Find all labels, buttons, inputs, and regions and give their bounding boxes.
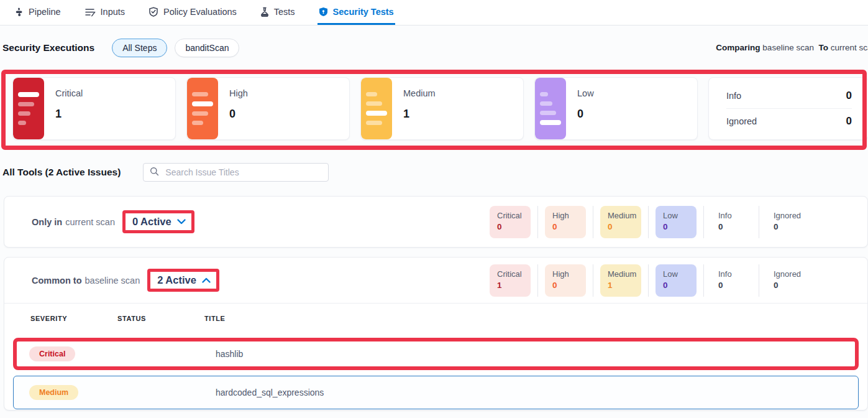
info-count: 0 xyxy=(846,90,852,102)
table-row[interactable]: Critical hashlib xyxy=(17,341,855,366)
nav-tab-inputs[interactable]: Inputs xyxy=(83,0,127,25)
comparing-current[interactable]: current scan xyxy=(831,43,868,52)
step-filter-pills: All StepsbanditScan xyxy=(112,39,239,57)
section-label-rest: baseline scan xyxy=(85,276,140,286)
severity-card-medium[interactable]: Medium1 xyxy=(360,77,524,140)
security-tests-icon xyxy=(319,7,328,17)
chip-ignored[interactable]: Ignored0 xyxy=(766,264,807,297)
chevron-down-icon[interactable] xyxy=(177,219,186,225)
search-box[interactable] xyxy=(143,163,329,182)
tab-label: Pipeline xyxy=(29,7,61,17)
chip-critical[interactable]: Critical0 xyxy=(490,206,531,238)
severity-label: Medium xyxy=(403,88,436,98)
chip-count: 0 xyxy=(552,222,586,231)
chip-medium[interactable]: Medium1 xyxy=(600,264,641,297)
chip-count: 0 xyxy=(552,281,586,290)
tab-label: Tests xyxy=(274,7,295,17)
chip-divider xyxy=(703,206,704,238)
tab-label: Inputs xyxy=(101,7,126,17)
section-label-bold: Common to xyxy=(32,276,82,286)
nav-tab-tests[interactable]: Tests xyxy=(259,0,296,25)
selected-row-outline: Medium hardcoded_sql_expressions xyxy=(13,376,859,409)
severity-card-high[interactable]: High0 xyxy=(186,77,350,140)
chip-label: Critical xyxy=(497,211,531,220)
chip-low[interactable]: Low0 xyxy=(656,206,697,238)
chip-count: 0 xyxy=(608,222,641,231)
ignored-row: Ignored0 xyxy=(726,109,852,134)
chip-info[interactable]: Info0 xyxy=(711,264,752,297)
annotation-box-row: Critical hashlib xyxy=(13,338,859,370)
chip-divider xyxy=(648,206,649,238)
section-common-to-baseline-scan: Common to baseline scan 2 Active Critica… xyxy=(4,257,868,411)
all-tools-heading: All Tools (2 Active Issues) xyxy=(2,167,121,178)
nav-tabs: PipelineInputsPolicy EvaluationsTestsSec… xyxy=(12,0,395,25)
chip-count: 0 xyxy=(497,222,531,231)
active-count-label[interactable]: 2 Active xyxy=(157,274,196,286)
chip-divider xyxy=(537,264,538,297)
chip-count: 1 xyxy=(608,281,641,290)
search-input[interactable] xyxy=(164,167,322,178)
chip-label: Ignored xyxy=(774,211,807,220)
chip-divider xyxy=(703,264,704,297)
chip-count: 0 xyxy=(663,281,697,290)
chip-label: Info xyxy=(718,211,752,220)
page-title: Security Executions xyxy=(2,42,94,53)
chevron-up-icon[interactable] xyxy=(202,277,211,283)
step-filter-banditscan[interactable]: banditScan xyxy=(175,39,239,57)
tools-row: All Tools (2 Active Issues) xyxy=(2,163,329,182)
nav-tab-policy-evaluations[interactable]: Policy Evaluations xyxy=(147,0,238,25)
severity-count: 0 xyxy=(229,108,248,121)
chip-label: Low xyxy=(663,269,697,279)
severity-gauge-icon xyxy=(535,78,566,139)
column-header-status: STATUS xyxy=(117,315,204,322)
active-dropdown[interactable]: 2 Active xyxy=(147,269,219,292)
header-row: Security Executions All StepsbanditScan … xyxy=(0,26,868,70)
chip-critical[interactable]: Critical1 xyxy=(490,264,531,297)
severity-cards-row: Critical1High0Medium1Low0Info0Ignored0 xyxy=(12,77,868,140)
chip-low[interactable]: Low0 xyxy=(656,264,697,297)
chip-label: Ignored xyxy=(774,269,807,279)
severity-label: High xyxy=(229,88,248,98)
comparing-baseline[interactable]: baseline scan xyxy=(762,43,814,52)
nav-tab-pipeline[interactable]: Pipeline xyxy=(12,0,62,25)
top-nav: PipelineInputsPolicy EvaluationsTestsSec… xyxy=(0,0,868,26)
section-header: Common to baseline scan 2 Active Critica… xyxy=(4,258,867,304)
severity-chips: Critical0High0Medium0Low0Info0Ignored0 xyxy=(490,206,807,238)
search-icon xyxy=(150,167,159,178)
chip-count: 0 xyxy=(663,222,697,231)
nav-tab-security-tests[interactable]: Security Tests xyxy=(318,0,395,25)
severity-card-low[interactable]: Low0 xyxy=(534,77,698,140)
severity-count: 0 xyxy=(577,108,594,121)
comparing-summary: Comparing baseline scan To current scan xyxy=(716,43,868,52)
severity-gauge-icon xyxy=(361,78,392,139)
chip-high[interactable]: High0 xyxy=(545,264,586,297)
tab-label: Security Tests xyxy=(333,7,394,17)
chip-ignored[interactable]: Ignored0 xyxy=(766,206,807,238)
step-filter-all-steps[interactable]: All Steps xyxy=(112,39,167,57)
issues-table-header: SEVERITY STATUS TITLE xyxy=(4,304,867,333)
chip-divider xyxy=(759,264,759,297)
section-only-in-current-scan: Only in current scan 0 Active Critical0H… xyxy=(4,196,868,248)
chip-medium[interactable]: Medium0 xyxy=(600,206,641,238)
chip-high[interactable]: High0 xyxy=(545,206,586,238)
section-label-rest: current scan xyxy=(65,217,115,227)
chip-count: 0 xyxy=(774,222,807,231)
info-ignored-card: Info0Ignored0 xyxy=(708,77,868,140)
chip-divider xyxy=(759,206,759,238)
active-dropdown[interactable]: 0 Active xyxy=(122,210,194,233)
table-row[interactable]: Medium hardcoded_sql_expressions xyxy=(14,376,858,409)
chip-info[interactable]: Info0 xyxy=(711,206,752,238)
active-count-label[interactable]: 0 Active xyxy=(132,216,171,228)
chip-label: Info xyxy=(718,269,752,279)
issue-title[interactable]: hashlib xyxy=(216,349,243,359)
issues-rows: Critical hashlib Medium hardcoded_sql_ex… xyxy=(4,338,867,409)
issue-title[interactable]: hardcoded_sql_expressions xyxy=(216,388,324,397)
severity-count: 1 xyxy=(403,108,436,121)
chip-divider xyxy=(648,264,649,297)
chip-count: 0 xyxy=(718,281,752,290)
severity-card-critical[interactable]: Critical1 xyxy=(12,77,176,140)
chip-divider xyxy=(537,206,538,238)
section-label-bold: Only in xyxy=(32,217,62,227)
chip-count: 1 xyxy=(497,281,531,290)
chip-divider xyxy=(593,206,593,238)
